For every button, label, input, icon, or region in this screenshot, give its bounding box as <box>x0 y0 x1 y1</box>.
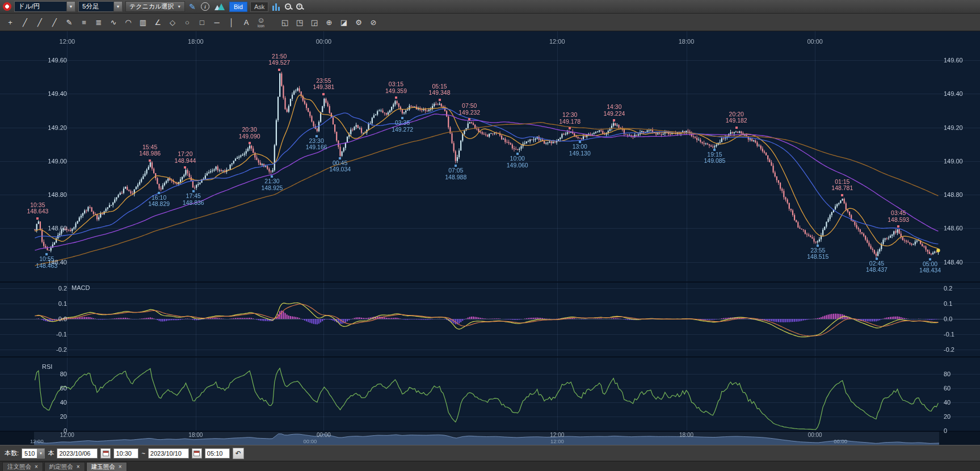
bid-toggle[interactable]: Bid <box>229 2 247 12</box>
currency-pair-select[interactable]: ドル/円 ▼ <box>14 1 75 12</box>
text-tool[interactable]: A <box>239 15 253 29</box>
area-chart-button[interactable] <box>213 1 226 12</box>
app-logo-icon <box>3 2 11 11</box>
horizontal-segment-tool-icon: ─ <box>214 19 219 26</box>
calendar-icon <box>194 451 200 456</box>
pencil-icon: ✎ <box>189 3 196 11</box>
info-button[interactable]: i <box>200 1 211 12</box>
ask-toggle[interactable]: Ask <box>250 2 268 12</box>
calendar-icon <box>103 451 109 456</box>
icon-stamp-tool-icon: ☺ <box>257 16 264 24</box>
fibonacci-fan-tool[interactable]: ∿ <box>107 15 120 29</box>
tab-label: 注文照会 <box>7 463 31 471</box>
polygon-tool-icon: ◇ <box>170 19 175 26</box>
tab-close-icon[interactable]: × <box>119 464 122 470</box>
vertical-segment-tool[interactable]: │ <box>225 15 238 29</box>
crosshair-tool[interactable]: + <box>3 15 17 29</box>
chart-region: 12:0018:0000:0012:0018:0000:0012:0018:00… <box>0 31 980 445</box>
trendline-tool-icon: ╱ <box>23 19 27 26</box>
gann-angle-tool[interactable]: ∠ <box>151 15 165 29</box>
bottom-tab-bar: 注文照会×約定照会×建玉照会× <box>0 461 980 471</box>
zoom-in-icon: + <box>296 3 302 10</box>
freehand-pencil-tool-icon: ✎ <box>66 19 73 26</box>
zoom-in-button[interactable]: + <box>295 1 304 12</box>
zoom-out-button[interactable]: − <box>284 1 292 12</box>
ray-line-tool[interactable]: ╱ <box>48 15 61 29</box>
extended-line-tool-icon: ╱ <box>37 19 42 26</box>
duplicate-object-tool-icon: ◲ <box>311 19 318 26</box>
object-settings-tool[interactable]: ⚙ <box>352 15 365 29</box>
candlestick-icon <box>272 3 280 11</box>
horizontal-lines-tool-icon: ≡ <box>82 19 86 26</box>
trendline-tool[interactable]: ╱ <box>18 15 32 29</box>
top-toolbar: ドル/円 ▼ 5分足 ▼ テクニカル選択 ▼ ✎ i Bid Ask − + <box>0 0 980 14</box>
bottom-tab[interactable]: 建玉照会× <box>86 462 127 471</box>
vertical-grid-tool[interactable]: ▥ <box>136 15 150 29</box>
draw-mode-button[interactable]: ✎ <box>188 1 197 12</box>
chevron-down-icon[interactable]: ▼ <box>66 1 75 12</box>
bottom-tab[interactable]: 注文照会× <box>2 462 43 471</box>
tab-label: 建玉照会 <box>91 463 115 471</box>
drawing-toolbar: +╱╱╱✎≡≣∿◠▥∠◇○□─│A☺icon◱◳◲⊕◪⚙⊘ <box>0 14 980 31</box>
horizontal-segment-tool[interactable]: ─ <box>210 15 224 29</box>
chevron-down-icon[interactable]: ▼ <box>37 449 44 458</box>
bar-count-unit: 本 <box>48 449 54 457</box>
fibonacci-arc-tool[interactable]: ◠ <box>121 15 135 29</box>
duplicate-object-tool[interactable]: ◲ <box>308 15 321 29</box>
currency-pair-value: ドル/円 <box>14 1 66 12</box>
send-backward-tool-icon: ◱ <box>281 19 288 26</box>
horizontal-lines-tool[interactable]: ≡ <box>77 15 91 29</box>
timeframe-value: 5分足 <box>78 1 113 12</box>
calendar-to-button[interactable] <box>192 448 202 459</box>
text-tool-icon: A <box>244 19 249 26</box>
price-chart-canvas[interactable] <box>0 31 980 445</box>
object-settings-tool-icon: ⚙ <box>355 19 362 26</box>
undo-icon: ↶ <box>235 449 241 457</box>
bottom-tab[interactable]: 約定照会× <box>44 462 85 471</box>
eraser-tool-icon: ◪ <box>340 19 347 26</box>
date-from-input[interactable] <box>57 448 98 459</box>
bar-count-value: 510 <box>22 450 37 457</box>
bring-forward-tool-icon: ◳ <box>296 19 303 26</box>
freehand-pencil-tool[interactable]: ✎ <box>62 15 76 29</box>
ellipse-tool[interactable]: ○ <box>180 15 194 29</box>
vertical-grid-tool-icon: ▥ <box>140 19 146 26</box>
tab-close-icon[interactable]: × <box>77 464 80 470</box>
timeframe-select[interactable]: 5分足 ▼ <box>78 1 123 12</box>
icon-stamp-tool[interactable]: ☺icon <box>254 15 268 29</box>
rectangle-tool-icon: □ <box>200 19 204 26</box>
eraser-tool[interactable]: ◪ <box>337 15 351 29</box>
fibonacci-retracement-tool[interactable]: ≣ <box>92 15 106 29</box>
fibonacci-retracement-tool-icon: ≣ <box>96 19 102 26</box>
fibonacci-arc-tool-icon: ◠ <box>125 19 131 26</box>
range-separator: ~ <box>141 450 145 457</box>
chevron-down-icon[interactable]: ▼ <box>113 1 123 12</box>
ellipse-tool-icon: ○ <box>185 19 190 26</box>
zoom-area-tool-icon: ⊕ <box>326 19 333 26</box>
date-to-input[interactable] <box>148 448 189 459</box>
tab-label: 約定照会 <box>49 463 73 471</box>
technical-select-label: テクニカル選択 <box>129 2 174 11</box>
bar-count-label: 本数: <box>5 449 19 457</box>
zoom-area-tool[interactable]: ⊕ <box>322 15 336 29</box>
polygon-tool[interactable]: ◇ <box>166 15 179 29</box>
mountain-chart-icon <box>214 3 225 11</box>
fibonacci-fan-tool-icon: ∿ <box>111 19 117 26</box>
technical-select-button[interactable]: テクニカル選択 ▼ <box>125 1 185 12</box>
undo-button[interactable]: ↶ <box>233 448 244 459</box>
candlestick-chart-button[interactable] <box>271 1 281 12</box>
zoom-out-icon: − <box>285 3 291 10</box>
time-from-input[interactable] <box>113 448 138 459</box>
time-to-input[interactable] <box>205 448 230 459</box>
send-backward-tool[interactable]: ◱ <box>278 15 292 29</box>
extended-line-tool[interactable]: ╱ <box>33 15 47 29</box>
rectangle-tool[interactable]: □ <box>195 15 209 29</box>
info-icon: i <box>201 2 209 11</box>
control-bar: 本数: 510 ▼ 本 ~ ↶ <box>0 445 980 461</box>
calendar-from-button[interactable] <box>100 448 111 459</box>
bar-count-select[interactable]: 510 ▼ <box>22 448 45 459</box>
bring-forward-tool[interactable]: ◳ <box>293 15 306 29</box>
unlink-tool[interactable]: ⊘ <box>367 15 380 29</box>
tab-close-icon[interactable]: × <box>35 464 38 470</box>
tool-caption: icon <box>258 24 264 28</box>
